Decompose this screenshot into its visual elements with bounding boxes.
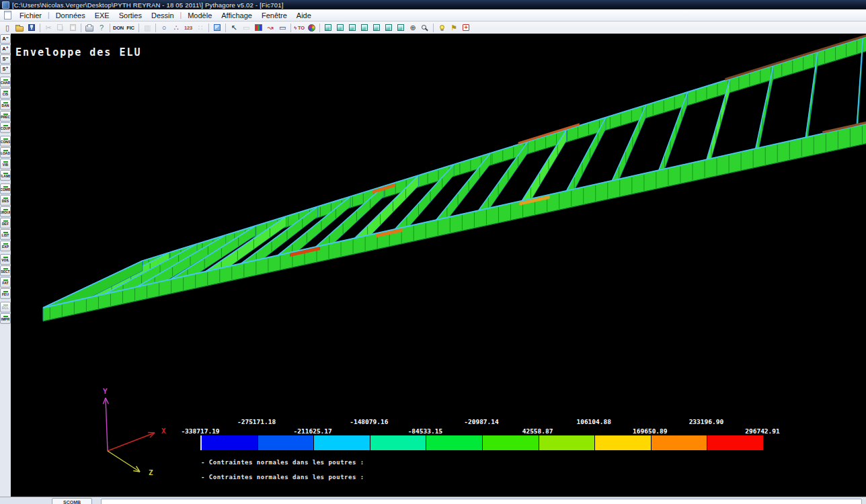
toolbar-separator — [290, 24, 291, 32]
print-button[interactable] — [83, 22, 95, 33]
sidebar-button-coup[interactable]: COUP — [0, 122, 11, 133]
fic-button[interactable]: FIC — [124, 22, 136, 33]
new-file-button[interactable]: ▯ — [1, 22, 13, 33]
tab-scomb[interactable]: SCOMB — [52, 498, 92, 504]
compute-to-button[interactable]: ϟ TO — [293, 22, 305, 33]
scale-value: -84533.15 — [408, 427, 442, 435]
sidebar-button-voil[interactable]: VOIL — [0, 254, 11, 265]
sidebar-button-exp[interactable]: EXP — [0, 241, 11, 251]
toolbar-separator — [433, 24, 434, 32]
sidebar-button-s[interactable]: S⁼ — [0, 54, 11, 64]
select-nodes-icon: ∷ — [198, 24, 203, 32]
polyline-red-icon: ↝ — [267, 24, 273, 32]
paste-button[interactable] — [67, 22, 79, 33]
menu-item-modele[interactable]: Modèle — [183, 11, 216, 20]
toolbar-separator — [110, 24, 110, 32]
menu-item-fenetre[interactable]: Fenêtre — [257, 11, 292, 20]
menu-separator: | — [179, 11, 184, 19]
sidebar-group-gap — [0, 181, 11, 183]
sidebar-button-group[interactable]: GROUP — [0, 206, 11, 217]
sidebar-button-load[interactable]: LOAD — [0, 147, 11, 158]
fic-icon: FIC — [126, 25, 134, 31]
sidebar-button-char[interactable]: CHAR — [0, 77, 11, 87]
sidebar-button-sect[interactable]: SECT — [0, 265, 11, 276]
help-button[interactable]: ? — [95, 22, 108, 33]
sidebar-button-s[interactable]: S⁺ — [0, 65, 11, 74]
pan-button[interactable]: ⊕ — [407, 22, 419, 33]
menu-item-aide[interactable]: Aide — [292, 11, 316, 20]
menu-item-sorties[interactable]: Sorties — [114, 11, 147, 20]
zoom-window-button[interactable]: ▭ — [240, 22, 252, 33]
menu-separator: | — [46, 11, 51, 19]
sidebar-button-prec[interactable]: PREC — [0, 111, 11, 122]
color-wheel-icon — [308, 24, 315, 32]
sidebar-button-a[interactable]: A⁺ — [0, 44, 11, 54]
menu-item-dessin[interactable]: Dessin — [147, 11, 179, 20]
zoom-button[interactable] — [419, 22, 431, 33]
open-file-icon — [15, 26, 24, 32]
menu-item-affichage[interactable]: Affichage — [216, 11, 257, 20]
sidebar-button-dan[interactable]: DAN — [0, 99, 11, 110]
zoom-window-icon: ▭ — [243, 24, 249, 32]
view-cube-top-icon — [349, 24, 356, 31]
sidebar-button-cons[interactable]: CONS — [0, 136, 11, 146]
view-cube-right-button[interactable] — [370, 22, 383, 33]
new-file-icon: ▯ — [5, 24, 9, 32]
sidebar-button-fat[interactable]: FAT — [0, 277, 11, 288]
sidebar-button-feu[interactable]: FEU — [0, 288, 11, 299]
view-cube-front-icon — [337, 24, 344, 31]
flag-icon: ⚑ — [450, 24, 457, 32]
node-circle-button[interactable]: ○ — [158, 22, 170, 33]
model-canvas[interactable]: YXZ Enveloppe des ELU -338717.19-211625.… — [11, 34, 866, 497]
menu-item-donnees[interactable]: Données — [51, 11, 90, 20]
sidebar-button-cis[interactable]: CIS — [0, 88, 11, 99]
menu-bar: Fichier|DonnéesEXESortiesDessin|ModèleAf… — [0, 9, 866, 22]
sidebar-button-flamb[interactable]: FLAMB — [0, 170, 11, 181]
view-cube-left-button[interactable] — [358, 22, 370, 33]
sidebar-button-impr[interactable]: IMPR — [0, 313, 11, 324]
view-cube-bottom-icon — [397, 24, 404, 31]
sidebar-button-ecl[interactable]: ECL — [0, 302, 11, 312]
nodes-red-button[interactable]: ∴ — [170, 22, 182, 33]
open-file-button[interactable] — [13, 22, 26, 33]
sidebar-button-label: CIS — [3, 93, 8, 96]
palette-button[interactable] — [252, 22, 264, 33]
menu-item-exe[interactable]: EXE — [90, 11, 114, 20]
view-cube-back-button[interactable] — [383, 22, 395, 33]
light-button[interactable] — [436, 22, 448, 33]
view-cube-left-icon — [361, 24, 368, 31]
menu-item-fichier[interactable]: Fichier — [15, 11, 46, 20]
sidebar-button-des[interactable]: DES — [0, 195, 11, 206]
copy-button[interactable] — [54, 22, 67, 33]
preview-button[interactable]: ▥ — [141, 22, 153, 33]
sidebar-button-list[interactable]: LIST — [0, 229, 11, 240]
polyline-red-button[interactable]: ↝ — [264, 22, 276, 33]
select-cursor-icon: ↖ — [231, 24, 237, 32]
sidebar-button-def[interactable]: DEF — [0, 218, 11, 228]
sidebar-button-label: PREC — [1, 116, 10, 119]
flag-button[interactable]: ⚑ — [448, 22, 460, 33]
cut-button[interactable]: ✂ — [42, 22, 54, 33]
color-wheel-button[interactable] — [305, 22, 317, 33]
view-cube-iso-button[interactable] — [322, 22, 334, 33]
select-nodes-button[interactable]: ∷ — [194, 22, 206, 33]
view-cube-top-button[interactable] — [346, 22, 358, 33]
save-button[interactable] — [26, 22, 38, 33]
select-cursor-button[interactable]: ↖ — [228, 22, 240, 33]
status-strip — [101, 499, 862, 504]
sidebar-button-label: VIB — [3, 163, 8, 167]
sidebar-button-vib[interactable]: VIB — [0, 159, 11, 169]
zoom-rect-button[interactable]: ▭ — [276, 22, 288, 33]
add-view-button[interactable]: + — [460, 22, 472, 33]
sidebar-button-label: SECT — [1, 270, 9, 274]
sidebar-button-label: GROUP — [0, 211, 11, 214]
view-cube-front-button[interactable] — [334, 22, 346, 33]
don-button[interactable]: DON — [112, 22, 124, 33]
sidebar-button-comb[interactable]: COMB — [0, 183, 11, 194]
scale-value: -211625.17 — [294, 427, 332, 435]
node-numbers-button[interactable]: 123 — [182, 22, 194, 33]
view-3d-box-button[interactable] — [211, 22, 223, 33]
sidebar-button-a[interactable]: A⁼ — [0, 34, 11, 44]
view-cube-bottom-button[interactable] — [395, 22, 407, 33]
sidebar-button-label: FAT — [2, 282, 8, 285]
